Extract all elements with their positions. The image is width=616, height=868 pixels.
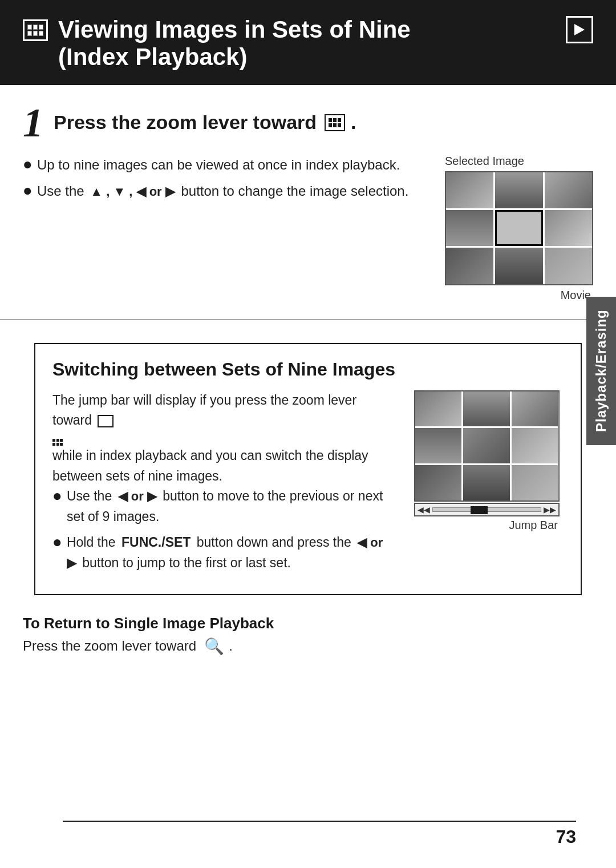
bullet1-text: Up to nine images can be viewed at once …	[37, 155, 400, 175]
sw-b2-mid: button down and press the	[197, 535, 351, 550]
selected-image-label: Selected Image	[445, 155, 524, 168]
return-section: To Return to Single Image Playback Press…	[0, 601, 616, 661]
jump-bar-label: Jump Bar	[509, 519, 558, 532]
grid-cell-5-selected	[495, 210, 542, 246]
grid-cell-3	[545, 172, 592, 208]
step1-text: ● Up to nine images can be viewed at onc…	[23, 155, 416, 207]
page-container: Viewing Images in Sets of Nine (Index Pl…	[0, 0, 616, 868]
sw-b2-bold: FUNC./SET	[121, 535, 191, 550]
sw-bullet1-text: Use the ◀ or ▶ button to move to the pre…	[67, 486, 396, 527]
step1-title-period: .	[351, 111, 356, 134]
bullet2-suffix: button to change the image selection.	[181, 183, 408, 199]
switching-title: Switching between Sets of Nine Images	[52, 359, 564, 380]
bullet2-text: Use the ▲ , ▼ , ◀ or ▶ button to change …	[37, 181, 408, 201]
step1-section: 1 Press the zoom lever toward .	[0, 85, 616, 320]
jump-bar-track	[432, 507, 541, 512]
bullet-dot-2: ●	[23, 181, 33, 200]
page-number: 73	[556, 826, 576, 847]
grid-cell-2	[495, 172, 542, 208]
sw-bullet-dot-1: ●	[52, 486, 62, 506]
sw-bullet2-text: Hold the FUNC./SET button down and press…	[67, 532, 396, 573]
jump-cell-7	[415, 465, 462, 500]
return-title: To Return to Single Image Playback	[23, 615, 593, 632]
return-text-prefix: Press the zoom lever toward	[23, 638, 196, 654]
jump-cell-5	[463, 428, 510, 463]
side-tab-label: Playback/Erasing	[593, 310, 609, 433]
jump-cell-3	[512, 391, 558, 427]
sw-b1-arrows: ◀ or ▶	[118, 489, 157, 503]
sw-b1-suffix: button to move to the previous or next s…	[67, 488, 383, 524]
page-number-area: 73	[63, 821, 576, 847]
jump-cell-6	[512, 428, 558, 463]
playback-icon	[566, 16, 593, 43]
grid-cell-1	[446, 172, 493, 208]
switching-intro: The jump bar will display if you press t…	[52, 390, 396, 431]
header-title: Viewing Images in Sets of Nine (Index Pl…	[23, 16, 411, 71]
bullet2: ● Use the ▲ , ▼ , ◀ or ▶ button to chang…	[23, 181, 416, 201]
step1-image-area: Selected Image	[433, 155, 593, 302]
jump-cell-4	[415, 428, 462, 463]
switching-text: The jump bar will display if you press t…	[52, 390, 396, 579]
zoom-index-icon	[325, 114, 345, 131]
bullet1: ● Up to nine images can be viewed at onc…	[23, 155, 416, 175]
header-title-line2: (Index Playback)	[58, 43, 411, 71]
step1-title: Press the zoom lever toward .	[54, 111, 356, 134]
switching-bullet2: ● Hold the FUNC./SET button down and pre…	[52, 532, 396, 573]
jump-bar-right-arrow: ▶▶	[544, 505, 556, 514]
jump-cell-8	[463, 465, 510, 500]
switching-intro-suffix: while in index playback and you can swit…	[52, 448, 368, 483]
jump-bar-left-arrow: ◀◀	[418, 505, 430, 514]
page-divider	[63, 821, 576, 822]
switching-content: The jump bar will display if you press t…	[52, 390, 564, 579]
index-icon	[23, 19, 48, 41]
sw-b1-prefix: Use the	[67, 488, 112, 503]
jump-cell-2	[463, 391, 510, 427]
return-text: Press the zoom lever toward 🔍 .	[23, 637, 593, 656]
sw-b2-suffix: button to jump to the first or last set.	[82, 555, 291, 570]
grid-cell-4	[446, 210, 493, 246]
nine-image-grid	[445, 171, 593, 285]
play-triangle	[574, 24, 585, 35]
bullet2-prefix: Use the	[37, 183, 84, 199]
header-title-line1: Viewing Images in Sets of Nine	[58, 16, 411, 43]
step-number: 1	[23, 102, 43, 143]
switching-bullet1: ● Use the ◀ or ▶ button to move to the p…	[52, 486, 396, 527]
switching-section: Switching between Sets of Nine Images Th…	[34, 343, 582, 595]
jump-image-grid	[414, 390, 560, 502]
jump-cell-1	[415, 391, 462, 427]
bullet2-arrows: ▲ , ▼ , ◀ or ▶	[90, 184, 175, 199]
grid-cell-6	[545, 210, 592, 246]
sw-bullet-dot-2: ●	[52, 532, 62, 552]
switching-image-area: ◀◀ ▶▶ Jump Bar	[410, 390, 564, 532]
zoom-symbol: 🔍	[204, 637, 224, 656]
sw-b2-prefix: Hold the	[67, 535, 116, 550]
step1-header: 1 Press the zoom lever toward .	[23, 102, 593, 143]
grid-cell-7	[446, 248, 493, 284]
jump-bar-thumb	[471, 506, 488, 514]
side-tab: Playback/Erasing	[586, 297, 616, 445]
step1-title-text: Press the zoom lever toward	[54, 111, 317, 134]
grid-cell-9	[545, 248, 592, 284]
switching-icon-inline	[98, 415, 114, 427]
jump-bar-container: ◀◀ ▶▶	[414, 503, 560, 516]
header-bar: Viewing Images in Sets of Nine (Index Pl…	[0, 0, 616, 85]
grid-cell-8	[495, 248, 542, 284]
bullet-dot-1: ●	[23, 155, 33, 174]
return-text-period: .	[229, 638, 233, 654]
step1-content: ● Up to nine images can be viewed at onc…	[23, 155, 593, 302]
jump-cell-9	[512, 465, 558, 500]
